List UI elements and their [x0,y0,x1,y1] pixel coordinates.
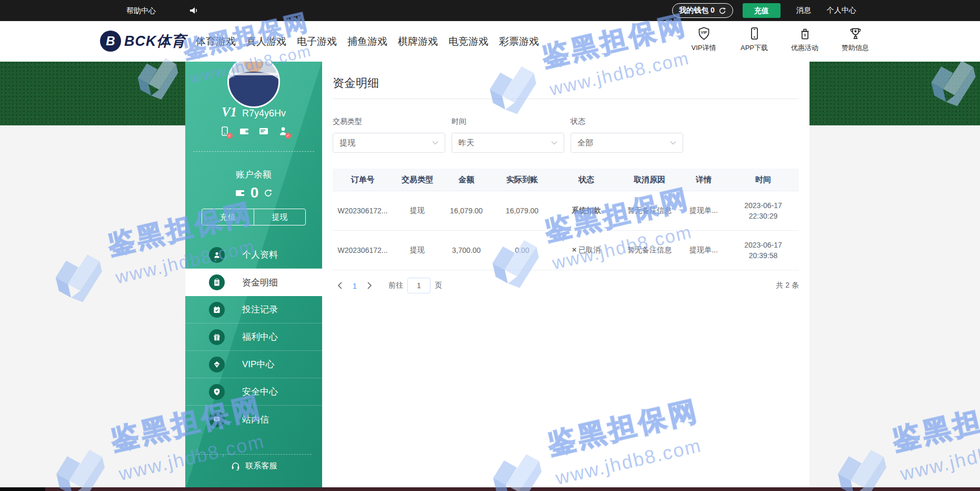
sidebar-item-profile[interactable]: 个人资料 [185,241,322,269]
topbar-right: 我的钱包 0 充值 消息 个人中心 [672,0,856,21]
help-center-link[interactable]: 帮助中心 [126,0,156,21]
transaction-type-select[interactable]: 提现 [333,133,445,153]
page-input[interactable] [407,278,431,293]
balance-wallet-icon [235,188,245,198]
nav-item-cards[interactable]: 棋牌游戏 [398,35,438,48]
nav-item-live[interactable]: 真人游戏 [246,35,286,48]
page-number-1[interactable]: 1 [347,281,362,290]
nav-item-esports[interactable]: 电竞游戏 [448,35,488,48]
cell-cancel-reason: 暂无备注信息 [619,231,680,270]
wallet-icon[interactable] [239,126,249,136]
cell-order-id[interactable]: W202306172... [333,231,393,270]
filter-time: 时间 昨天 [452,117,564,153]
messages-link[interactable]: 消息 [796,6,811,15]
sidebar-withdraw-button[interactable]: 提现 [254,209,306,225]
time-text: 20:39:58 [728,250,798,261]
col-status: 状态 [554,169,619,191]
identity-verified-icon[interactable]: ✓ [278,126,288,136]
sidebar-item-label: 站内信 [242,414,269,426]
trophy-icon [848,26,863,41]
headset-icon [231,461,241,471]
sidebar-item-vip[interactable]: VIP中心 [185,351,322,378]
title-divider [333,99,799,99]
cell-type: 提现 [393,231,442,270]
app-download-button[interactable]: APP下载 [739,26,769,53]
balance-row: 0 [185,184,322,201]
vip-diamond-icon [209,357,225,372]
nav-item-lottery[interactable]: 彩票游戏 [499,35,539,48]
watermark-logo [44,442,116,491]
recharge-button[interactable]: 充值 [743,3,781,18]
wallet-balance-text: 我的钱包 0 [679,6,715,15]
cancel-x-icon: × [572,246,576,254]
filter-label: 状态 [571,117,683,126]
phone-icon [747,26,762,41]
profile-center-link[interactable]: 个人中心 [827,6,856,15]
bank-card-icon[interactable] [258,126,269,136]
cell-actual: 16,079.00 [491,191,554,231]
filters: 交易类型 提现 时间 昨天 状态 全部 [333,117,799,153]
gift-icon [209,329,225,345]
nav-util-label: VIP详情 [692,43,716,53]
prev-page-button[interactable] [333,278,347,293]
time-select[interactable]: 昨天 [452,133,564,153]
shield-plus-icon [209,384,225,400]
select-value: 全部 [577,138,593,148]
watermark: 鉴黑担保网 www.jhdb8.com [821,388,980,491]
vip-details-button[interactable]: VIP VIP详情 [688,26,719,53]
sidebar-item-label: 个人资料 [242,249,278,261]
navbar: B BCK体育 体育游戏 真人游戏 电子游戏 捕鱼游戏 棋牌游戏 电竞游戏 彩票… [0,21,980,62]
chevron-down-icon [551,141,557,145]
nav-item-sports[interactable]: 体育游戏 [196,35,236,48]
sidebar-item-bets[interactable]: 投注记录 [185,296,322,323]
sidebar-item-label: 福利中心 [242,331,278,343]
sidebar-item-funds[interactable]: 资金明细 [185,269,322,296]
sidebar-recharge-button[interactable]: 充值 [202,209,254,225]
balance-label: 账户余额 [185,169,322,181]
cell-time: 2023-06-17 22:30:29 [727,191,799,231]
refresh-balance-icon[interactable] [264,189,273,198]
phone-verified-icon[interactable]: ✓ [219,126,230,136]
nav-item-fishing[interactable]: 捕鱼游戏 [347,35,387,48]
chat-icon [209,411,225,427]
next-page-button[interactable] [362,278,377,293]
sidebar-item-label: 投注记录 [242,303,278,316]
sidebar-menu: 个人资料 资金明细 投注记录 福利中心 [185,241,322,433]
promotions-button[interactable]: 优惠活动 [789,26,820,53]
sponsor-info-button[interactable]: 赞助信息 [840,26,871,53]
gift-bucket-icon [798,26,812,41]
nav-item-slots[interactable]: 电子游戏 [297,35,337,48]
col-amount: 金额 [442,169,491,191]
sidebar-item-messages[interactable]: 站内信 [185,406,322,433]
avatar[interactable] [227,55,280,108]
sidebar-item-security[interactable]: 安全中心 [185,378,322,406]
cell-order-id[interactable]: W202306172... [333,191,393,231]
sidebar: V1R7y4y6Hv ✓ ✓ 账户余额 0 [185,62,322,491]
person-icon [209,247,225,263]
refresh-icon[interactable] [718,7,726,15]
cell-detail[interactable]: 提现单... [680,191,727,231]
status-select[interactable]: 全部 [571,133,683,153]
speaker-icon[interactable] [188,5,199,16]
filter-transaction-type: 交易类型 提现 [333,117,445,153]
contact-support-button[interactable]: 联系客服 [185,461,322,471]
cell-detail[interactable]: 提现单... [680,231,727,270]
site-logo[interactable]: B BCK体育 [100,31,186,52]
logo-text: BCK体育 [124,32,186,51]
clipboard-icon [209,274,225,290]
sidebar-item-welfare[interactable]: 福利中心 [185,323,322,351]
cell-status: ×已取消 [554,231,619,270]
filter-label: 交易类型 [333,117,445,126]
check-badge: ✓ [285,133,291,139]
pagination: 1 前往 页 共 2 条 [333,278,799,293]
total-count: 共 2 条 [776,281,799,290]
avatar-jersey-stripe [229,73,278,75]
nav-util-label: 优惠活动 [791,43,818,53]
watermark-logo [825,442,898,491]
my-wallet-pill[interactable]: 我的钱包 0 [672,3,733,18]
col-type: 交易类型 [393,169,442,191]
chevron-right-icon [367,282,372,289]
date-text: 2023-06-17 [728,200,798,211]
status-text: 已取消 [578,246,601,254]
check-badge: ✓ [227,133,233,139]
